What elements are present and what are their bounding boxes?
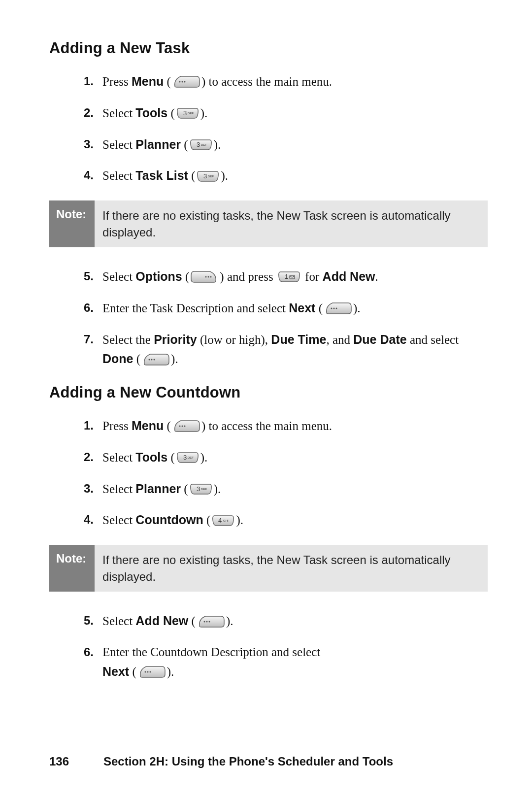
softkey-left-icon (324, 301, 352, 316)
step-bold: Countdown (135, 513, 203, 527)
svg-point-9 (205, 276, 207, 278)
svg-text:3: 3 (183, 454, 187, 461)
step-text: . (230, 614, 233, 628)
step-bold: Next (102, 665, 129, 678)
step-bold: Add New (323, 269, 375, 283)
step-text: Select (102, 614, 135, 628)
paren-close: ) (201, 419, 209, 432)
step-bold: Options (135, 269, 182, 283)
svg-text:1: 1 (285, 273, 288, 280)
step-number: 4. (84, 166, 94, 184)
paren-open: ( (206, 513, 210, 527)
paren-open: ( (319, 301, 323, 315)
svg-text:DEF: DEF (201, 143, 207, 146)
svg-text:DEF: DEF (201, 488, 207, 491)
step-item: 1. Press Menu () to access the main menu… (84, 72, 488, 92)
paren-open: ( (167, 419, 171, 432)
step-text: Select (102, 138, 135, 151)
step-bold: Next (289, 301, 315, 315)
step-text: Select (102, 169, 135, 182)
svg-text:DEF: DEF (188, 112, 194, 115)
note-label: Note: (49, 200, 95, 247)
step-text: . (171, 665, 174, 678)
step-bold: Planner (135, 137, 181, 151)
paren-close: ) (200, 106, 204, 120)
step-text: Enter the Countdown Description and sele… (102, 645, 320, 659)
svg-point-2 (184, 81, 185, 83)
key-3-icon: 3DEF (196, 170, 220, 183)
step-text: . (375, 270, 378, 283)
step-bold: Tools (135, 450, 167, 464)
step-text: and press (224, 270, 276, 283)
step-text: . (218, 138, 221, 151)
svg-text:DEF: DEF (208, 175, 214, 178)
svg-point-31 (208, 621, 210, 622)
step-number: 3. (84, 479, 94, 498)
step-bold: Priority (154, 332, 197, 346)
svg-point-18 (151, 359, 153, 360)
paren-open: ( (170, 106, 174, 120)
step-bold: Menu (132, 419, 164, 432)
steps-list-countdown-2: 5. Select Add New (). 6. Enter the Count… (49, 611, 488, 681)
heading-adding-new-countdown: Adding a New Countdown (49, 384, 488, 401)
step-number: 6. (84, 299, 94, 317)
step-bold: Task List (135, 168, 188, 182)
step-bold: Add New (135, 614, 188, 628)
step-text: . (175, 352, 178, 366)
step-item: 4. Select Task List (3DEF). (84, 166, 488, 186)
svg-point-10 (208, 276, 209, 278)
step-number: 5. (84, 611, 94, 630)
step-text: Select (102, 451, 135, 464)
steps-list-countdown-1: 1. Press Menu () to access the main menu… (49, 416, 488, 530)
paren-open: ( (184, 482, 188, 496)
note-label: Note: (49, 545, 95, 592)
svg-point-20 (179, 426, 180, 427)
paren-close: ) (201, 75, 209, 88)
paren-close: ) (226, 614, 230, 628)
svg-point-19 (154, 359, 155, 360)
step-text: Select (102, 106, 135, 120)
svg-point-11 (210, 276, 212, 278)
note-box: Note: If there are no existing tasks, th… (49, 200, 488, 247)
paren-close: ) (167, 665, 171, 678)
step-bold: Due Time (271, 332, 326, 346)
step-number: 1. (84, 416, 94, 434)
key-3-icon: 3DEF (176, 451, 200, 464)
svg-point-21 (181, 426, 183, 427)
step-text: . (225, 169, 228, 182)
step-number: 6. (84, 643, 94, 661)
section-label: Section 2H: Using the Phone's Scheduler … (103, 755, 393, 768)
steps-list-task-2: 5. Select Options () and press 1 for Add… (49, 267, 488, 369)
key-1-icon: 1 (277, 270, 301, 283)
step-item: 2. Select Tools (3DEF). (84, 448, 488, 467)
step-text: Select (102, 270, 135, 283)
svg-point-14 (331, 308, 332, 309)
svg-point-16 (336, 308, 337, 309)
step-bold: Done (102, 352, 133, 366)
svg-point-30 (206, 621, 207, 622)
svg-text:3: 3 (197, 485, 200, 493)
key-3-icon: 3DEF (176, 107, 200, 120)
step-text: . (204, 106, 207, 120)
step-item: 6. Enter the Task Description and select… (84, 299, 488, 318)
svg-point-29 (203, 621, 205, 622)
step-item: 7. Select the Priority (low or high), Du… (84, 330, 488, 369)
paren-open: ( (167, 75, 171, 88)
svg-text:3: 3 (203, 172, 207, 180)
step-text: (low or high), (197, 333, 271, 346)
svg-point-15 (333, 308, 335, 309)
softkey-left-icon (197, 614, 225, 629)
step-item: 2. Select Tools (3DEF). (84, 103, 488, 123)
svg-point-33 (147, 671, 148, 673)
key-3-icon: 3DEF (189, 138, 213, 151)
softkey-left-icon (172, 419, 200, 433)
svg-point-34 (149, 671, 151, 673)
page-number: 136 (49, 755, 103, 768)
paren-open: ( (184, 138, 188, 151)
step-text: Select (102, 482, 135, 496)
step-text: to access the main menu. (208, 419, 332, 432)
svg-point-0 (179, 81, 180, 83)
note-box: Note: If there are no existing tasks, th… (49, 545, 488, 592)
step-text: . (218, 482, 221, 496)
step-bold: Due Date (353, 332, 406, 346)
